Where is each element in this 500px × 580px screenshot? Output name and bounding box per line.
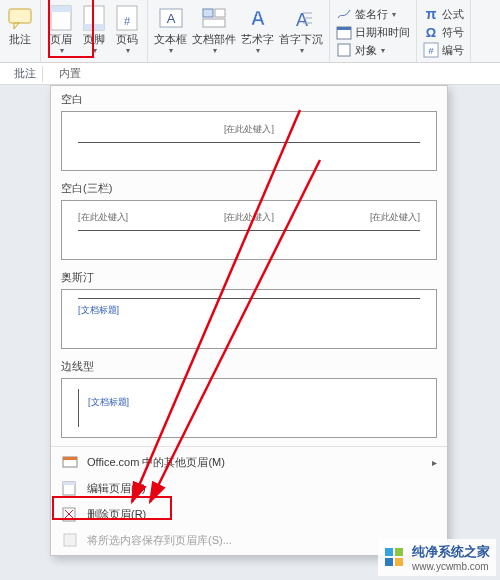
quick-parts-button[interactable]: 文档部件 ▾ xyxy=(190,3,238,56)
comment-icon xyxy=(6,4,34,32)
svg-text:#: # xyxy=(124,15,131,27)
menu-office-more-headers[interactable]: Office.com 中的其他页眉(M) ▸ xyxy=(51,449,447,475)
watermark-text: 纯净系统之家 xyxy=(412,543,490,561)
omega-icon: Ω xyxy=(423,24,439,40)
chevron-down-icon: ▾ xyxy=(256,46,260,55)
preset-blank[interactable]: 空白 [在此处键入] xyxy=(51,88,447,177)
footer-label: 页脚 xyxy=(83,33,105,46)
placeholder-text: [在此处键入] xyxy=(224,211,274,224)
quick-parts-label: 文档部件 xyxy=(192,33,236,46)
preset-list: 空白 [在此处键入] 空白(三栏) [在此处键入] [在此处键入] [在此处键入… xyxy=(51,86,447,446)
chevron-down-icon: ▾ xyxy=(126,46,130,55)
placeholder-text: [文档标题] xyxy=(78,305,119,315)
footer-icon xyxy=(80,4,108,32)
svg-rect-4 xyxy=(84,24,104,30)
page-number-button[interactable]: # 页码 ▾ xyxy=(111,3,143,56)
group-label-row: 批注 内置 xyxy=(0,63,500,85)
page-number-label: 页码 xyxy=(116,33,138,46)
menu-label: 删除页眉(R) xyxy=(87,507,437,522)
header-button[interactable]: 页眉 ▾ xyxy=(45,3,77,56)
chevron-down-icon: ▾ xyxy=(381,46,385,55)
placeholder-text: [文档标题] xyxy=(88,397,129,407)
remove-header-icon xyxy=(61,505,79,523)
menu-remove-header[interactable]: 删除页眉(R) xyxy=(51,501,447,527)
pi-icon: π xyxy=(423,6,439,22)
textbox-icon: A xyxy=(157,4,185,32)
preset-sideline[interactable]: 边线型 [文档标题] xyxy=(51,355,447,444)
save-gallery-icon xyxy=(61,531,79,549)
watermark-url: www.ycwmb.com xyxy=(412,561,490,572)
group-label-comment: 批注 xyxy=(14,66,36,81)
comment-button[interactable]: 批注 xyxy=(4,3,36,47)
equation-button[interactable]: π 公式 xyxy=(421,5,466,23)
symbol-button[interactable]: Ω 符号 xyxy=(421,23,466,41)
menu-label: Office.com 中的其他页眉(M) xyxy=(87,455,424,470)
datetime-label: 日期和时间 xyxy=(355,25,410,40)
header-label: 页眉 xyxy=(50,33,72,46)
quick-parts-icon xyxy=(200,4,228,32)
preset-title: 边线型 xyxy=(61,359,437,374)
svg-rect-2 xyxy=(51,6,71,12)
number-icon: # xyxy=(423,42,439,58)
svg-rect-35 xyxy=(395,558,403,566)
office-icon xyxy=(61,453,79,471)
svg-rect-29 xyxy=(64,534,76,546)
calendar-icon xyxy=(336,24,352,40)
builtin-label: 内置 xyxy=(59,66,81,81)
preset-title: 空白 xyxy=(61,92,437,107)
separator xyxy=(42,66,43,82)
chevron-down-icon: ▾ xyxy=(93,46,97,55)
chevron-down-icon: ▾ xyxy=(169,46,173,55)
signature-label: 签名行 xyxy=(355,7,388,22)
dropcap-icon: A xyxy=(287,4,315,32)
chevron-right-icon: ▸ xyxy=(432,457,437,468)
placeholder-text: [在此处键入] xyxy=(78,211,128,224)
svg-rect-25 xyxy=(63,482,75,485)
datetime-button[interactable]: 日期和时间 xyxy=(334,23,412,41)
preset-title: 奥斯汀 xyxy=(61,270,437,285)
svg-rect-19 xyxy=(338,44,350,56)
watermark-logo-icon xyxy=(384,547,406,569)
signature-icon xyxy=(336,6,352,22)
placeholder-text: [在此处键入] xyxy=(370,211,420,224)
object-icon xyxy=(336,42,352,58)
wordart-button[interactable]: A 艺术字 ▾ xyxy=(239,3,276,56)
svg-rect-18 xyxy=(337,27,351,30)
chevron-down-icon: ▾ xyxy=(300,46,304,55)
svg-rect-23 xyxy=(63,457,77,460)
placeholder-text: [在此处键入] xyxy=(224,124,274,134)
object-button[interactable]: 对象 ▾ xyxy=(334,41,412,59)
textbox-label: 文本框 xyxy=(154,33,187,46)
page-number-icon: # xyxy=(113,4,141,32)
number-button[interactable]: # 编号 xyxy=(421,41,466,59)
svg-rect-0 xyxy=(9,9,31,23)
chevron-down-icon: ▾ xyxy=(213,46,217,55)
chevron-down-icon: ▾ xyxy=(60,46,64,55)
svg-rect-9 xyxy=(203,9,213,17)
preset-austin[interactable]: 奥斯汀 [文档标题] xyxy=(51,266,447,355)
menu-edit-header[interactable]: 编辑页眉(E) xyxy=(51,475,447,501)
object-label: 对象 xyxy=(355,43,377,58)
watermark: 纯净系统之家 www.ycwmb.com xyxy=(378,539,496,576)
textbox-button[interactable]: A 文本框 ▾ xyxy=(152,3,189,56)
preset-blank-three[interactable]: 空白(三栏) [在此处键入] [在此处键入] [在此处键入] xyxy=(51,177,447,266)
footer-button[interactable]: 页脚 ▾ xyxy=(78,3,110,56)
wordart-icon: A xyxy=(244,4,272,32)
signature-button[interactable]: 签名行 ▾ xyxy=(334,5,412,23)
svg-rect-32 xyxy=(385,548,393,556)
wordart-label: 艺术字 xyxy=(241,33,274,46)
edit-header-icon xyxy=(61,479,79,497)
svg-text:A: A xyxy=(250,7,264,29)
svg-rect-33 xyxy=(395,548,403,556)
svg-rect-10 xyxy=(215,9,225,17)
svg-rect-34 xyxy=(385,558,393,566)
dropcap-label: 首字下沉 xyxy=(279,33,323,46)
number-label: 编号 xyxy=(442,43,464,58)
header-icon xyxy=(47,4,75,32)
menu-label: 编辑页眉(E) xyxy=(87,481,437,496)
chevron-down-icon: ▾ xyxy=(392,10,396,19)
ribbon: 批注 页眉 ▾ 页脚 ▾ # 页码 xyxy=(0,0,500,63)
comment-label: 批注 xyxy=(9,33,31,46)
svg-rect-11 xyxy=(203,19,225,27)
dropcap-button[interactable]: A 首字下沉 ▾ xyxy=(277,3,325,56)
